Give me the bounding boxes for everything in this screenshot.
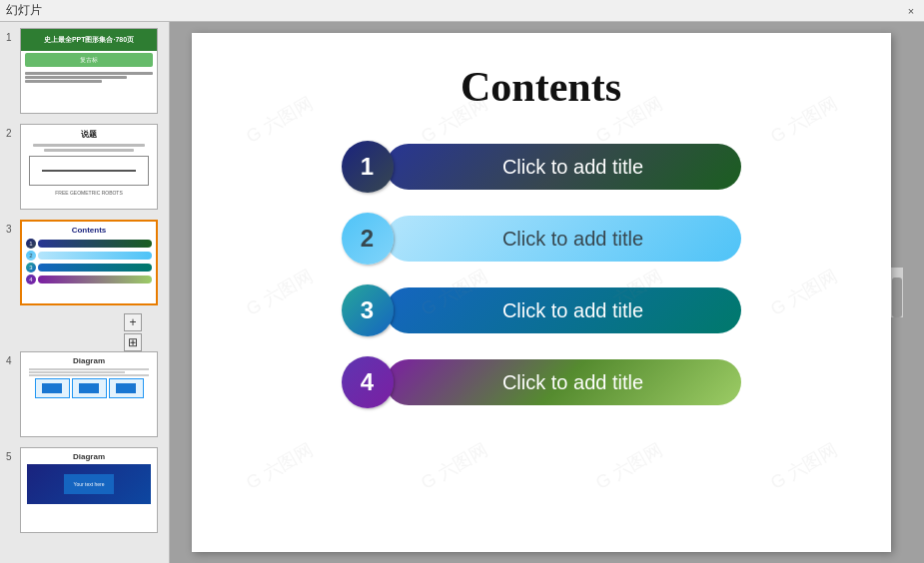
slide-area: G 六图网 G 六图网 G 六图网 G 六图网 G 六图网 G 六图网 G 六图… — [170, 22, 924, 563]
title-bar-4[interactable]: Click to add title — [386, 359, 741, 405]
content-row-4: 4 Click to add title — [342, 356, 741, 408]
title-bar-2[interactable]: Click to add title — [386, 216, 741, 262]
slide-scrollbar[interactable] — [891, 268, 903, 317]
thumb-1: 史上最全PPT图形集合·780页 复古标 — [20, 28, 158, 114]
slide-num-2: 2 — [6, 128, 16, 139]
add-content-button[interactable]: ⊞ — [124, 333, 142, 351]
add-slide-button[interactable]: + — [124, 313, 142, 331]
num-circle-1: 1 — [342, 141, 394, 193]
slide-content: Contents 1 Click to add title 2 Click to… — [192, 33, 891, 552]
slide-num-4: 4 — [6, 355, 16, 366]
num-circle-4: 4 — [342, 356, 394, 408]
slide-thumb-1[interactable]: 1 史上最全PPT图形集合·780页 复古标 — [4, 26, 165, 116]
content-rows: 1 Click to add title 2 Click to add titl… — [242, 141, 841, 408]
close-button[interactable]: × — [904, 4, 918, 18]
scrollbar-thumb — [892, 278, 902, 317]
title-placeholder-4: Click to add title — [502, 371, 643, 394]
title-placeholder-3: Click to add title — [502, 299, 643, 322]
title-bar-1[interactable]: Click to add title — [386, 144, 741, 190]
slide-num-1: 1 — [6, 32, 16, 43]
content-row-3: 3 Click to add title — [342, 284, 741, 336]
slide-num-3: 3 — [6, 224, 16, 235]
slide-canvas: G 六图网 G 六图网 G 六图网 G 六图网 G 六图网 G 六图网 G 六图… — [192, 33, 891, 552]
main-layout: 1 史上最全PPT图形集合·780页 复古标 2 说题 — [0, 22, 924, 563]
slide-title: Contents — [461, 63, 621, 111]
title-bar-3[interactable]: Click to add title — [386, 287, 741, 333]
thumb-4: Diagram — [20, 351, 158, 437]
slide-thumb-3[interactable]: 3 Contents 1 2 3 — [4, 218, 165, 307]
content-row-2: 2 Click to add title — [342, 213, 741, 265]
top-bar-label: 幻灯片 — [6, 2, 42, 19]
content-row-1: 1 Click to add title — [342, 141, 741, 193]
top-bar: 幻灯片 × — [0, 0, 924, 22]
title-placeholder-2: Click to add title — [502, 228, 643, 251]
num-circle-2: 2 — [342, 213, 394, 265]
thumb-3: Contents 1 2 3 4 — [20, 220, 158, 305]
num-circle-3: 3 — [342, 284, 394, 336]
slide-num-5: 5 — [6, 451, 16, 462]
slide-thumb-5[interactable]: 5 Diagram Your text here — [4, 445, 165, 535]
thumb-2: 说题 FREE GEOMETRIC ROBOTS — [20, 124, 158, 210]
slide-thumb-4[interactable]: 4 Diagram — [4, 349, 165, 439]
slide-panel: 1 史上最全PPT图形集合·780页 复古标 2 说题 — [0, 22, 170, 563]
thumb-5: Diagram Your text here — [20, 447, 158, 533]
title-placeholder-1: Click to add title — [502, 156, 643, 179]
slide-thumb-2[interactable]: 2 说题 FREE GEOMETRIC ROBOTS — [4, 122, 165, 212]
